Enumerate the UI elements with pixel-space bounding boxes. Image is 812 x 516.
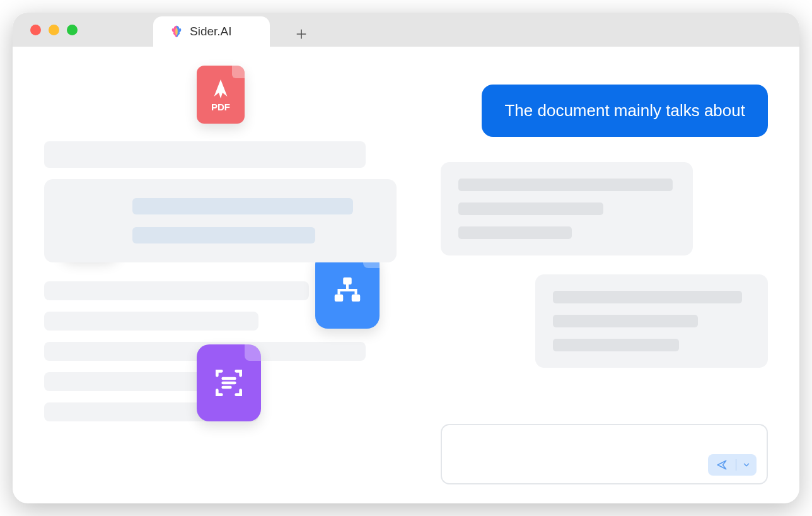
- svg-rect-6: [335, 295, 344, 302]
- skeleton-line: [458, 226, 572, 239]
- send-button[interactable]: [712, 457, 732, 473]
- skeleton-line: [458, 202, 603, 215]
- skeleton-line: [553, 291, 742, 303]
- dogear-icon: [232, 66, 245, 78]
- titlebar: Sider.AI: [13, 13, 799, 47]
- assistant-reply-card: [441, 162, 693, 255]
- pdf-glyph-icon: [209, 78, 232, 100]
- chevron-down-icon: [742, 460, 751, 469]
- hierarchy-icon: [330, 273, 364, 307]
- minimize-window-button[interactable]: [49, 25, 59, 35]
- skeleton-line: [553, 315, 698, 327]
- tab-title: Sider.AI: [190, 25, 232, 38]
- skeleton-line: [44, 281, 309, 300]
- pdf-file-icon: PDF: [197, 66, 245, 124]
- orgchart-file-icon: [315, 252, 380, 329]
- tab-sider-ai[interactable]: Sider.AI: [153, 16, 270, 47]
- content-area: PDF: [13, 47, 799, 503]
- tab-strip: Sider.AI: [153, 13, 314, 47]
- chat-input[interactable]: [441, 424, 768, 484]
- pdf-label: PDF: [211, 102, 230, 112]
- scan-document-icon: [211, 365, 246, 401]
- skeleton-line: [553, 339, 679, 351]
- new-tab-button[interactable]: [289, 21, 314, 47]
- send-options-button[interactable]: [740, 460, 753, 469]
- svg-rect-7: [352, 295, 361, 302]
- maximize-window-button[interactable]: [67, 25, 78, 35]
- skeleton-line: [458, 179, 673, 191]
- scan-file-icon: [197, 344, 261, 421]
- skeleton-line: [44, 312, 258, 331]
- assistant-reply-card: [535, 274, 768, 368]
- sider-logo-icon: [170, 25, 183, 38]
- svg-point-0: [175, 28, 178, 35]
- user-message-bubble: The document mainly talks about: [482, 85, 768, 137]
- send-icon: [716, 459, 728, 471]
- window-controls: [30, 25, 78, 35]
- browser-window: Sider.AI PDF: [13, 13, 799, 503]
- send-controls: [708, 454, 757, 476]
- close-window-button[interactable]: [30, 25, 41, 35]
- svg-rect-5: [343, 278, 352, 284]
- skeleton-line: [44, 141, 366, 168]
- plus-icon: [295, 28, 308, 40]
- document-preview-pane: PDF: [13, 47, 422, 503]
- chat-pane: The document mainly talks about: [422, 47, 799, 503]
- divider: [736, 459, 736, 471]
- skeleton-card: [44, 179, 397, 262]
- user-message-text: The document mainly talks about: [504, 101, 745, 120]
